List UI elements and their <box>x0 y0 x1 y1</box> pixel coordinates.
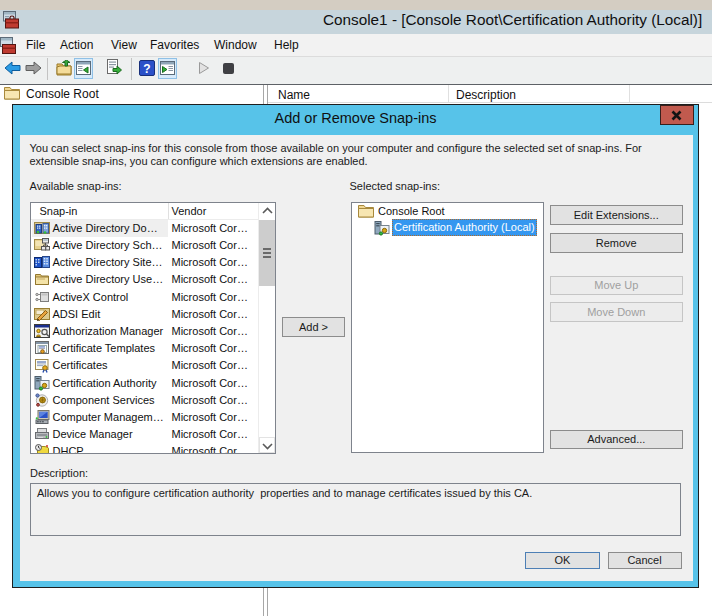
svg-text:?: ? <box>143 62 150 76</box>
